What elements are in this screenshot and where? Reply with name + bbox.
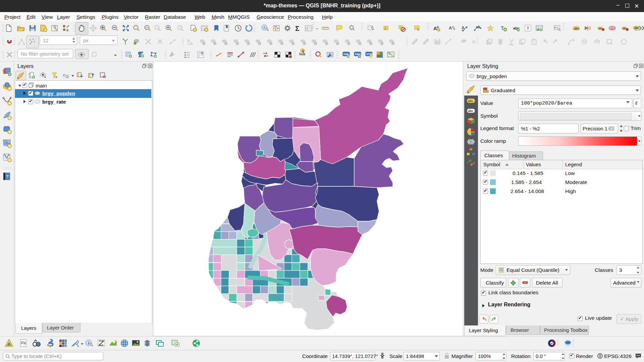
svg-text:Q: Q: [302, 49, 304, 53]
svg-text:abc: abc: [468, 99, 473, 103]
svg-text:abc: abc: [610, 26, 615, 30]
svg-text:Σ: Σ: [295, 24, 300, 32]
svg-text:ε: ε: [385, 26, 386, 30]
svg-text:i: i: [88, 341, 89, 346]
svg-text:b: b: [23, 341, 26, 345]
svg-text:T: T: [527, 26, 529, 31]
svg-text:abc: abc: [468, 109, 473, 113]
svg-text:ε: ε: [63, 72, 65, 77]
svg-text:?: ?: [6, 174, 9, 179]
svg-text:A: A: [449, 25, 452, 31]
svg-text:ab: ab: [623, 27, 626, 30]
svg-text:HTML: HTML: [366, 53, 373, 56]
svg-text:A: A: [433, 25, 437, 31]
svg-text:a: a: [66, 28, 69, 32]
svg-text:hub: hub: [299, 52, 305, 56]
svg-text:ab: ab: [599, 27, 602, 30]
svg-text:1:1: 1:1: [156, 26, 159, 29]
svg-text:F: F: [21, 341, 23, 345]
svg-text:ab: ab: [476, 25, 480, 29]
svg-text:abc: abc: [574, 27, 579, 30]
svg-text:fx: fx: [472, 39, 476, 44]
